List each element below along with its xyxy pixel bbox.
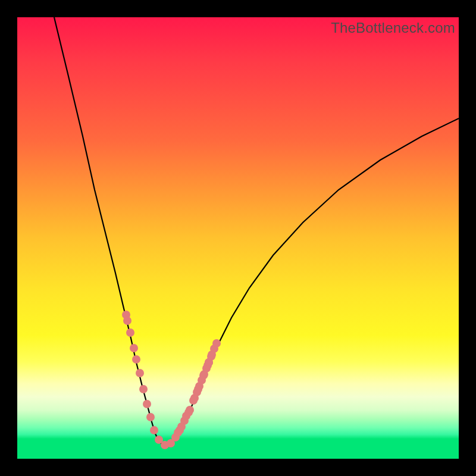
data-point: [189, 396, 198, 405]
dots-left-group: [122, 311, 169, 449]
plot-area: TheBottleneck.com: [17, 17, 459, 459]
data-point: [174, 428, 182, 437]
curve-left-branch: [54, 17, 166, 446]
curve-right-branch: [166, 118, 459, 446]
chart-frame: TheBottleneck.com: [0, 0, 476, 476]
data-point: [212, 339, 221, 347]
data-point: [126, 328, 134, 337]
data-point: [136, 369, 144, 377]
data-point: [132, 355, 140, 364]
data-point: [198, 376, 206, 384]
data-point: [205, 358, 213, 367]
data-point: [146, 413, 155, 421]
data-point: [182, 412, 190, 420]
data-point: [143, 400, 151, 408]
data-point: [194, 385, 202, 393]
curve-svg: [17, 17, 459, 459]
data-point: [150, 426, 158, 434]
data-point: [123, 317, 131, 325]
data-point: [130, 344, 138, 352]
dots-right-group: [167, 339, 221, 447]
data-point: [139, 385, 148, 393]
